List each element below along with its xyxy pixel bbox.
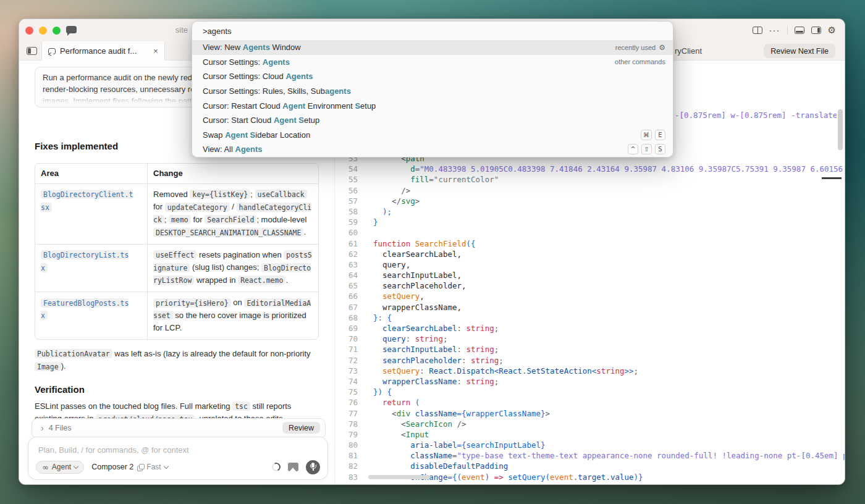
line-number[interactable]: 61: [335, 238, 358, 249]
line-number[interactable]: 76: [335, 397, 358, 408]
code-line[interactable]: 60: [335, 227, 845, 238]
review-button[interactable]: Review: [282, 422, 320, 434]
code-line[interactable]: 70 query: string;: [335, 334, 845, 344]
code-line[interactable]: 79 <Input: [335, 429, 845, 440]
code-line[interactable]: 68}: {: [335, 313, 845, 323]
tab-close-icon[interactable]: ×: [153, 46, 158, 56]
code-line[interactable]: 82 disableDefaultPadding: [335, 461, 845, 471]
line-number[interactable]: 69: [335, 323, 358, 334]
code-line[interactable]: 74 wrapperClassName: string;: [335, 376, 845, 387]
code-line[interactable]: 59}: [335, 217, 845, 227]
line-number[interactable]: 67: [335, 302, 358, 313]
code-line[interactable]: 66 setQuery,: [335, 291, 845, 301]
line-number[interactable]: 57: [335, 196, 358, 206]
speed-label[interactable]: Fast: [146, 463, 161, 471]
more-actions-icon[interactable]: ···: [769, 27, 780, 34]
line-number[interactable]: 81: [335, 450, 358, 461]
vertical-scrollbar[interactable]: [838, 109, 843, 150]
command-row[interactable]: Swap Agent Sidebar Location⌘E: [192, 128, 673, 143]
line-number[interactable]: 84: [335, 482, 358, 484]
toggle-panel-bottom-icon[interactable]: [795, 27, 804, 34]
line-number[interactable]: 63: [335, 259, 358, 270]
line-number[interactable]: 54: [335, 164, 358, 174]
command-input[interactable]: >agents: [192, 22, 673, 40]
split-editor-icon[interactable]: [753, 27, 762, 34]
code-line[interactable]: 67 wrapperClassName,: [335, 302, 845, 313]
line-number[interactable]: 79: [335, 429, 358, 440]
line-number[interactable]: 56: [335, 185, 358, 196]
line-number[interactable]: 73: [335, 366, 358, 376]
code-line[interactable]: 78 <SearchIcon />: [335, 419, 845, 429]
file-chip[interactable]: FeaturedBlogPosts.tsx: [41, 298, 129, 321]
line-number[interactable]: 72: [335, 355, 358, 366]
line-number[interactable]: 60: [335, 227, 358, 238]
model-selector[interactable]: Composer 2: [91, 463, 133, 471]
line-number[interactable]: 59: [335, 217, 358, 227]
code-line[interactable]: 61function SearchField({: [335, 238, 845, 249]
agent-mode-label: Agent: [52, 463, 71, 471]
toggle-panel-right-icon[interactable]: [811, 27, 821, 34]
command-row[interactable]: Cursor Settings: Rules, Skills, Subagent…: [192, 84, 673, 99]
zoom-window-button[interactable]: [53, 27, 61, 35]
line-number[interactable]: 71: [335, 344, 358, 355]
code-line[interactable]: 63 query,: [335, 259, 845, 270]
settings-gear-icon[interactable]: ⚙: [828, 26, 836, 35]
changed-files-bar[interactable]: › 4 Files Review: [32, 418, 326, 439]
line-number[interactable]: 58: [335, 206, 358, 217]
gear-icon[interactable]: ⚙: [659, 43, 665, 52]
code-line[interactable]: 57 </svg>: [335, 196, 845, 206]
chevron-down-icon: [163, 463, 168, 468]
code-line[interactable]: 81 className="type-base text-theme-text …: [335, 450, 845, 461]
line-number[interactable]: 78: [335, 419, 358, 429]
tab-performance-audit[interactable]: Performance audit f... ×: [41, 41, 165, 61]
code-line[interactable]: 77 <div className={wrapperClassName}>: [335, 408, 845, 419]
code-line[interactable]: 73 setQuery: React.Dispatch<React.SetSta…: [335, 366, 845, 376]
command-row[interactable]: Cursor Settings: Agentsother commands: [192, 55, 673, 70]
line-number[interactable]: 62: [335, 249, 358, 259]
command-row[interactable]: Cursor: Start Cloud Agent Setup: [192, 113, 673, 128]
file-chip[interactable]: BlogDirectoryList.tsx: [41, 250, 129, 272]
code-line[interactable]: 75}) {: [335, 387, 845, 397]
line-number[interactable]: 68: [335, 313, 358, 323]
line-number[interactable]: 64: [335, 270, 358, 280]
command-row[interactable]: Cursor Settings: Cloud Agents: [192, 69, 673, 84]
file-chip[interactable]: BlogDirectoryClient.tsx: [41, 190, 133, 212]
line-number[interactable]: 55: [335, 174, 358, 185]
composer-input[interactable]: [38, 445, 320, 455]
divider: [787, 26, 788, 35]
line-number[interactable]: 77: [335, 408, 358, 419]
code-line[interactable]: 76 return (: [335, 397, 845, 408]
command-row[interactable]: View: New Agents Windowrecently used⚙: [192, 40, 673, 55]
review-next-file-button[interactable]: Review Next File: [764, 44, 835, 58]
attach-image-icon[interactable]: [288, 463, 298, 471]
microphone-button[interactable]: [306, 460, 320, 474]
line-number[interactable]: 75: [335, 387, 358, 397]
code-line[interactable]: 56 />: [335, 185, 845, 196]
code-line[interactable]: 64 searchInputLabel,: [335, 270, 845, 280]
chevron-right-icon[interactable]: ›: [41, 422, 44, 434]
code-line[interactable]: 58 );: [335, 206, 845, 217]
line-number[interactable]: 65: [335, 280, 358, 291]
sidebar-toggle-icon[interactable]: [27, 47, 37, 55]
line-number[interactable]: 74: [335, 376, 358, 387]
line-number[interactable]: 80: [335, 440, 358, 450]
code-line[interactable]: 71 searchInputLabel: string;: [335, 344, 845, 355]
code-line[interactable]: 54 d="M0.483398 5.01905C0.483398 7.41846…: [335, 164, 845, 174]
line-number[interactable]: 82: [335, 461, 358, 471]
minimize-window-button[interactable]: [39, 27, 47, 35]
command-row[interactable]: View: All Agents^⇧S: [192, 142, 673, 157]
code-line[interactable]: 80 aria-label={searchInputLabel}: [335, 440, 845, 450]
code-line[interactable]: 84 placeholder={searchPlaceholder}: [335, 482, 845, 484]
code-line[interactable]: 69 clearSearchLabel: string;: [335, 323, 845, 334]
code-line[interactable]: 65 searchPlaceholder,: [335, 280, 845, 291]
code-line[interactable]: 62 clearSearchLabel,: [335, 249, 845, 259]
code-line[interactable]: 55 fill="currentColor": [335, 174, 845, 185]
command-row[interactable]: Cursor: Restart Cloud Agent Environment …: [192, 98, 673, 113]
horizontal-scrollbar[interactable]: [368, 475, 430, 479]
line-number[interactable]: 66: [335, 291, 358, 301]
close-window-button[interactable]: [25, 27, 33, 35]
line-number[interactable]: 83: [335, 472, 358, 482]
code-line[interactable]: 72 searchPlaceholder: string;: [335, 355, 845, 366]
agent-mode-pill[interactable]: ∞ Agent: [36, 461, 84, 474]
line-number[interactable]: 70: [335, 334, 358, 344]
